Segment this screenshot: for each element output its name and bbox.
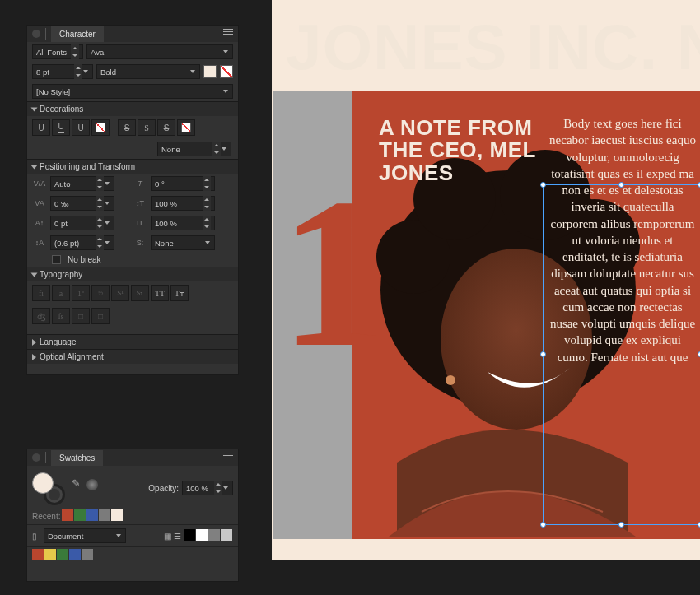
double-underline-button[interactable]: U: [52, 119, 70, 136]
fractions-button[interactable]: ½: [91, 285, 110, 301]
gray-swatches[interactable]: [184, 529, 233, 542]
masthead-headline: JONES INC. NEWSL: [286, 10, 700, 85]
hscale-icon: ↕T: [133, 199, 147, 207]
close-icon[interactable]: [32, 30, 40, 38]
rotate-icon: T: [133, 179, 147, 188]
leading-field[interactable]: (9.6 pt): [50, 235, 114, 250]
panel-tab-character[interactable]: Character: [51, 26, 104, 42]
kerning-field[interactable]: Auto: [50, 176, 114, 191]
section-decorations[interactable]: Decorations: [27, 101, 238, 116]
baseline-icon: A↕: [32, 219, 47, 227]
opacity-field[interactable]: 100 %: [182, 481, 233, 495]
tracking-icon: VA: [32, 199, 47, 207]
panel-menu-icon[interactable]: [223, 453, 233, 458]
shear-icon: S:: [133, 239, 147, 247]
strikethrough-button[interactable]: S: [118, 119, 136, 136]
shear-dropdown[interactable]: None: [151, 235, 215, 250]
panel-menu-icon[interactable]: [223, 29, 233, 35]
swatch[interactable]: [86, 509, 98, 521]
underline-none-swatch[interactable]: [91, 119, 110, 136]
section-typography[interactable]: Typography: [27, 267, 238, 281]
text-stroke-swatch[interactable]: [220, 65, 233, 78]
vscale-field[interactable]: 100 %: [151, 216, 215, 230]
eyedropper-icon[interactable]: ✎: [68, 472, 83, 490]
swatch[interactable]: [111, 509, 123, 521]
swatch[interactable]: [44, 549, 56, 560]
double-strike-button[interactable]: S: [138, 119, 156, 136]
swatch[interactable]: [184, 529, 195, 541]
smallcaps-button[interactable]: Tᴛ: [170, 285, 189, 301]
font-family-dropdown[interactable]: Ava: [86, 44, 233, 59]
ordinals-button[interactable]: 1ª: [72, 285, 90, 301]
character-panel: Character All Fonts Ava 8 pt Bold [No St…: [26, 25, 239, 375]
font-weight-dropdown[interactable]: Bold: [96, 64, 200, 79]
stylistic-button[interactable]: □: [91, 308, 110, 324]
swatch[interactable]: [208, 529, 220, 541]
svg-point-6: [446, 375, 455, 385]
swatch[interactable]: [62, 509, 73, 521]
document-icon: ▯: [32, 532, 37, 541]
swatch[interactable]: [221, 529, 232, 541]
strike-none-swatch[interactable]: [177, 119, 195, 136]
swash-button[interactable]: ʤ: [32, 308, 50, 324]
swatch-scope-dropdown[interactable]: Document: [44, 528, 126, 543]
selection-box[interactable]: [543, 184, 700, 525]
recent-swatches[interactable]: [62, 509, 124, 523]
fill-stroke-selector[interactable]: [32, 472, 65, 505]
decoration-stroke-dropdown[interactable]: None: [157, 142, 231, 156]
palette-swatches[interactable]: [32, 549, 94, 562]
tracking-field[interactable]: 0 ‰: [50, 196, 114, 211]
titling-button[interactable]: ſs: [52, 308, 70, 324]
opacity-label: Opacity:: [148, 484, 179, 493]
swatch[interactable]: [82, 549, 93, 560]
rotation-field[interactable]: 0 °: [151, 176, 215, 191]
swatch[interactable]: [99, 509, 110, 521]
list-view-icon[interactable]: ☰: [174, 532, 181, 541]
section-positioning[interactable]: Positioning and Transform: [27, 159, 238, 174]
leading-icon: ↕A: [32, 239, 47, 247]
vscale-icon: IT: [133, 219, 147, 227]
section-language[interactable]: Language: [27, 334, 238, 349]
close-icon[interactable]: [32, 453, 40, 462]
ligatures-button[interactable]: fi: [32, 285, 50, 301]
color-wheel-icon[interactable]: [86, 479, 98, 490]
alternates-button[interactable]: a: [52, 285, 70, 301]
font-size-field[interactable]: 8 pt: [32, 64, 93, 79]
strike-color-button[interactable]: S: [157, 119, 175, 136]
superscript-button[interactable]: S¹: [111, 285, 129, 301]
contextual-button[interactable]: □: [72, 308, 90, 324]
underline-button[interactable]: U: [32, 119, 50, 136]
document-canvas[interactable]: 1: [272, 0, 700, 560]
kerning-icon: V/A: [32, 179, 47, 188]
swatch[interactable]: [69, 549, 81, 560]
swatch[interactable]: [57, 549, 68, 560]
panel-titlebar: Character: [27, 26, 238, 42]
swatch[interactable]: [196, 529, 208, 541]
hscale-field[interactable]: 100 %: [151, 196, 215, 211]
section-optical-alignment[interactable]: Optical Alignment: [27, 349, 238, 364]
grid-view-icon[interactable]: ▦: [164, 532, 171, 541]
panel-tab-swatches[interactable]: Swatches: [51, 450, 103, 466]
recent-label: Recent:: [32, 512, 60, 521]
subscript-button[interactable]: S₁: [131, 285, 149, 301]
swatches-panel: Swatches ✎ Opacity: 100 % Recent: ▯ Docu…: [26, 449, 239, 582]
allcaps-button[interactable]: TT: [151, 285, 169, 301]
nobreak-checkbox[interactable]: [52, 255, 61, 264]
baseline-field[interactable]: 0 pt: [50, 216, 114, 230]
nobreak-label: No break: [68, 255, 101, 264]
underline-color-button[interactable]: U: [72, 119, 90, 136]
panel-titlebar: Swatches: [27, 449, 238, 466]
font-style-dropdown[interactable]: [No Style]: [32, 84, 233, 99]
subhead-text: A NOTE FROM THE CEO, MEL JONES: [379, 117, 539, 184]
text-fill-swatch[interactable]: [203, 65, 217, 78]
swatch[interactable]: [74, 509, 86, 521]
swatch[interactable]: [32, 549, 44, 560]
font-filter-dropdown[interactable]: All Fonts: [32, 44, 83, 59]
